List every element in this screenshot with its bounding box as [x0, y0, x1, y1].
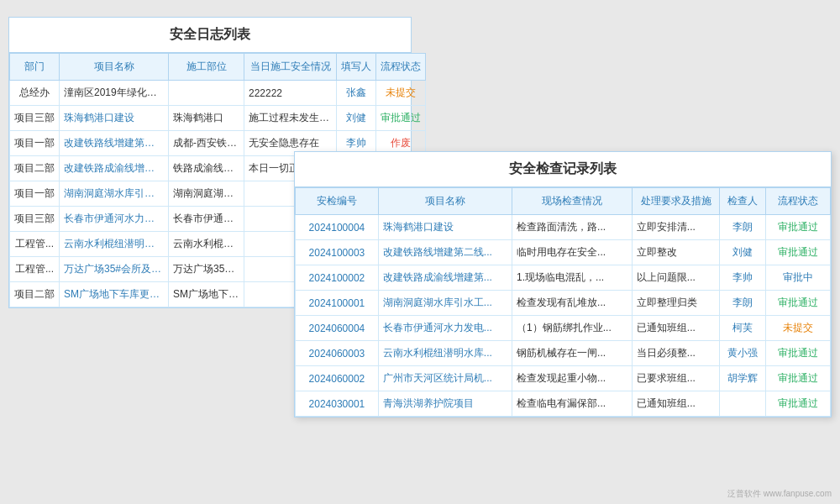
- left-col-author: 填写人: [337, 54, 376, 81]
- cell-situation: 检查临电有漏保部...: [512, 391, 633, 417]
- cell-situation: 钢筋机械存在一闸...: [512, 341, 633, 366]
- cell-project[interactable]: 珠海鹤港口建设: [60, 106, 169, 131]
- cell-situation: 检查路面清洗，路...: [512, 215, 633, 240]
- cell-project[interactable]: SM广场地下车库更换摄...: [60, 282, 169, 307]
- cell-measures: 立即安排清...: [632, 215, 719, 240]
- cell-project[interactable]: 改建铁路成渝线增建第...: [378, 265, 512, 291]
- cell-situation: 施工过程未发生安全事故...: [244, 106, 337, 131]
- table-row: 总经办 潼南区2019年绿化补贴项... 222222 张鑫 未提交: [10, 81, 426, 106]
- cell-status: 审批通过: [766, 366, 831, 391]
- right-col-inspector: 检查人: [720, 188, 766, 215]
- table-row: 2024100001 湖南洞庭湖水库引水工... 检查发现有乱堆放... 立即整…: [296, 291, 831, 316]
- cell-location: 长春市伊通河水...: [169, 207, 244, 232]
- left-col-location: 施工部位: [169, 54, 244, 81]
- cell-project[interactable]: 长春市伊通河水力发电厂...: [60, 207, 169, 232]
- watermark: 泛普软件 www.fanpuse.com: [727, 488, 832, 500]
- cell-situation: 222222: [244, 81, 337, 106]
- table-row: 2024060004 长春市伊通河水力发电... （1）钢筋绑扎作业... 已通…: [296, 316, 831, 341]
- cell-dept: 工程管...: [10, 232, 60, 257]
- cell-author: 张鑫: [337, 81, 376, 106]
- cell-id[interactable]: 2024030001: [296, 391, 379, 417]
- cell-project[interactable]: 改建铁路线增建第二线...: [378, 240, 512, 265]
- right-panel: 安全检查记录列表 安检编号 项目名称 现场检查情况 处理要求及措施 检查人 流程…: [294, 151, 832, 417]
- cell-project: 潼南区2019年绿化补贴项...: [60, 81, 169, 106]
- cell-project[interactable]: 云南水利棍纽潜明水库...: [378, 341, 512, 366]
- cell-status: 审批通过: [376, 106, 426, 131]
- right-col-status: 流程状态: [766, 188, 831, 215]
- cell-inspector: 柯芙: [720, 316, 766, 341]
- cell-project[interactable]: 云南水利棍纽潜明水库一...: [60, 232, 169, 257]
- table-row: 2024030001 青海洪湖养护院项目 检查临电有漏保部... 已通知班组..…: [296, 391, 831, 417]
- cell-dept: 项目三部: [10, 207, 60, 232]
- cell-location: 珠海鹤港口: [169, 106, 244, 131]
- cell-location: 湖南洞庭湖水库: [169, 181, 244, 207]
- cell-status: 审批通过: [766, 240, 831, 265]
- table-row: 2024060002 广州市天河区统计局机... 检查发现起重小物... 已要求…: [296, 366, 831, 391]
- left-panel-title: 安全日志列表: [9, 18, 411, 53]
- cell-project[interactable]: 湖南洞庭湖水库引水工...: [378, 291, 512, 316]
- cell-location: 铁路成渝线（成...: [169, 156, 244, 181]
- cell-status: 审批通过: [766, 215, 831, 240]
- cell-dept: 项目一部: [10, 181, 60, 207]
- right-col-situation: 现场检查情况: [512, 188, 633, 215]
- cell-inspector: 李帅: [720, 265, 766, 291]
- right-col-measures: 处理要求及措施: [632, 188, 719, 215]
- cell-inspector: [720, 391, 766, 417]
- cell-inspector: 刘健: [720, 240, 766, 265]
- cell-id[interactable]: 2024060003: [296, 341, 379, 366]
- cell-id[interactable]: 2024100001: [296, 291, 379, 316]
- cell-id[interactable]: 2024060004: [296, 316, 379, 341]
- cell-dept: 项目二部: [10, 282, 60, 307]
- cell-project[interactable]: 改建铁路成渝线增建第二...: [60, 156, 169, 181]
- cell-measures: 以上问题限...: [632, 265, 719, 291]
- cell-situation: 检查发现有乱堆放...: [512, 291, 633, 316]
- table-row: 2024100003 改建铁路线增建第二线... 临时用电存在安全... 立即整…: [296, 240, 831, 265]
- cell-measures: 已要求班组...: [632, 366, 719, 391]
- cell-situation: （1）钢筋绑扎作业...: [512, 316, 633, 341]
- table-row: 2024100002 改建铁路成渝线增建第... 1.现场临电混乱，... 以上…: [296, 265, 831, 291]
- left-table-header: 部门 项目名称 施工部位 当日施工安全情况 填写人 流程状态: [10, 54, 426, 81]
- cell-project[interactable]: 万达广场35#会所及咖啡...: [60, 257, 169, 282]
- cell-status: 审批通过: [766, 291, 831, 316]
- cell-situation: 检查发现起重小物...: [512, 366, 633, 391]
- right-table: 安检编号 项目名称 现场检查情况 处理要求及措施 检查人 流程状态 202410…: [295, 187, 831, 417]
- cell-project[interactable]: 改建铁路线增建第二线直...: [60, 131, 169, 156]
- cell-dept: 项目一部: [10, 131, 60, 156]
- left-col-project: 项目名称: [60, 54, 169, 81]
- cell-inspector: 黄小强: [720, 341, 766, 366]
- cell-project[interactable]: 长春市伊通河水力发电...: [378, 316, 512, 341]
- cell-status: 审批通过: [766, 341, 831, 366]
- cell-location: 成都-西安铁路...: [169, 131, 244, 156]
- left-col-situation: 当日施工安全情况: [244, 54, 337, 81]
- left-col-status: 流程状态: [376, 54, 426, 81]
- right-table-header: 安检编号 项目名称 现场检查情况 处理要求及措施 检查人 流程状态: [296, 188, 831, 215]
- cell-measures: 立即整改: [632, 240, 719, 265]
- cell-inspector: 李朗: [720, 291, 766, 316]
- cell-id[interactable]: 2024100004: [296, 215, 379, 240]
- cell-location: 万达广场35#会...: [169, 257, 244, 282]
- cell-author: 刘健: [337, 106, 376, 131]
- left-col-dept: 部门: [10, 54, 60, 81]
- cell-project[interactable]: 湖南洞庭湖水库引水工程...: [60, 181, 169, 207]
- cell-project[interactable]: 广州市天河区统计局机...: [378, 366, 512, 391]
- cell-inspector: 胡学辉: [720, 366, 766, 391]
- cell-status: 未提交: [766, 316, 831, 341]
- cell-location: [169, 81, 244, 106]
- cell-project[interactable]: 珠海鹤港口建设: [378, 215, 512, 240]
- cell-dept: 工程管...: [10, 257, 60, 282]
- table-row: 项目三部 珠海鹤港口建设 珠海鹤港口 施工过程未发生安全事故... 刘健 审批通…: [10, 106, 426, 131]
- cell-situation: 1.现场临电混乱，...: [512, 265, 633, 291]
- cell-inspector: 李朗: [720, 215, 766, 240]
- cell-id[interactable]: 2024060002: [296, 366, 379, 391]
- cell-location: SM广场地下车库: [169, 282, 244, 307]
- cell-situation: 临时用电存在安全...: [512, 240, 633, 265]
- table-row: 2024100004 珠海鹤港口建设 检查路面清洗，路... 立即安排清... …: [296, 215, 831, 240]
- cell-id[interactable]: 2024100002: [296, 265, 379, 291]
- cell-project[interactable]: 青海洪湖养护院项目: [378, 391, 512, 417]
- right-col-project: 项目名称: [378, 188, 512, 215]
- cell-dept: 总经办: [10, 81, 60, 106]
- cell-status: 审批通过: [766, 391, 831, 417]
- cell-status: 审批中: [766, 265, 831, 291]
- table-row: 2024060003 云南水利棍纽潜明水库... 钢筋机械存在一闸... 当日必…: [296, 341, 831, 366]
- cell-id[interactable]: 2024100003: [296, 240, 379, 265]
